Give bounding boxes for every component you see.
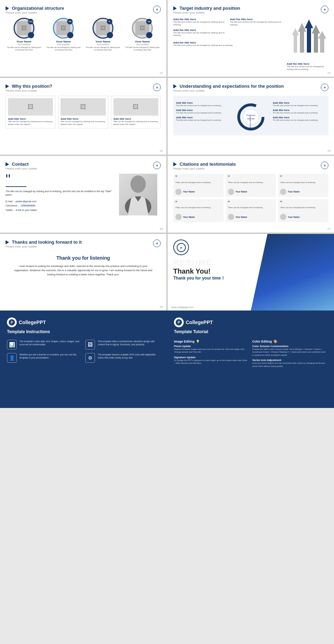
slide-27-title-block: Citations and testimonials Please enter …	[173, 162, 236, 170]
slide-25-title-block: Understanding and expectations for the p…	[173, 84, 284, 92]
citation-num-5: "	[280, 210, 326, 212]
citation-4: " Titles can be changed and re-entering …	[226, 199, 276, 222]
tutorial-section-0: Image Editing 💡 Photo Update Replace tem…	[174, 340, 249, 370]
slide-27-title: Citations and testimonials	[173, 162, 236, 167]
slide-23-title: Target industry and position	[173, 6, 240, 11]
slide-24-title: Why this position?	[6, 84, 52, 89]
citation-quote-icon-5: "	[280, 201, 326, 206]
instruction-icon-1: 🖼	[85, 340, 95, 350]
citation-footer-0: Your Name	[175, 189, 222, 195]
org-card-3: 🖼 GD Youe Name Your position The title c…	[124, 18, 161, 51]
citation-text-0: Titles can be changed and re-entering	[175, 181, 222, 184]
und-item-left-2: Add title here The title and content can…	[176, 116, 229, 121]
title-arrow-icon	[6, 6, 9, 10]
slide-27-header: Citations and testimonials Please enter …	[173, 162, 328, 170]
tutorial-subtitle-1-0: Color Scheme Customization	[252, 345, 327, 348]
citation-text-5: Titles can be changed and re-entering	[280, 206, 326, 209]
target-item-5: Add the title here The title and content…	[287, 62, 328, 71]
org-name-3: Youe Name	[124, 40, 161, 43]
org-cards: 🖼 CEO Youe Name Your position The title …	[6, 18, 161, 51]
instructions-panel-title: Template Instructions	[7, 329, 160, 334]
person-photo	[119, 174, 157, 215]
slide-24-icon: ⊕	[153, 84, 161, 91]
instruction-item-2: 👤 Whether you are a teacher or a student…	[7, 353, 82, 363]
title-arrow-24-icon	[6, 84, 9, 88]
slide-26-icon: ⊕	[153, 162, 161, 169]
instruction-icon-2: 👤	[7, 353, 17, 363]
collegeppt-logo-icon-1: P	[174, 317, 184, 327]
logo-svg-1: P	[175, 319, 182, 326]
understanding-circle-svg: Click here Add title Add your title here	[235, 101, 267, 133]
instruction-text-2: Whether you are a teacher or a student, …	[19, 353, 82, 359]
org-name-1: Youe Name	[45, 40, 82, 43]
citation-footer-1: Your Name	[228, 189, 274, 195]
email-value: peatec@gmail.com	[16, 200, 37, 203]
tutorial-text-0-1: To change the PPT's signature on each pa…	[174, 359, 249, 365]
citation-3: " Titles can be changed and re-entering …	[173, 199, 224, 222]
slide-26: Contact Please enter your subtitle ⊕ " T…	[0, 156, 166, 233]
title-arrow-23-icon	[173, 6, 177, 10]
why-img-2: 🖼	[113, 98, 158, 116]
citation-avatar-0	[175, 189, 182, 195]
und-item-right-2: Add title here The tille and content can…	[273, 116, 326, 121]
slide-22-num: 22	[160, 71, 163, 74]
svg-point-10	[130, 175, 146, 193]
why-desc-0: Title can be changed by clicking and re-…	[8, 120, 53, 126]
tutorial-panel-title: Template Tutorial	[174, 329, 327, 334]
slide-26-num: 26	[160, 227, 163, 230]
understanding-layout: Add title here The title and content can…	[176, 101, 326, 133]
org-avatar-3: 🖼 GD	[132, 18, 153, 39]
instruction-icon-0: 📊	[7, 340, 17, 350]
citation-text-3: Titles can be changed and re-entering	[175, 206, 222, 209]
und-item-left-0: Add title here The title and content can…	[176, 101, 229, 107]
citation-quote-icon-3: "	[175, 201, 222, 206]
understanding-center: Click here Add title Add your title here	[232, 101, 270, 133]
thanks-content: Thank you for listening I look forward t…	[6, 255, 161, 277]
why-card-0: 🖼 Add title here Title can be changed by…	[6, 96, 55, 128]
slide-28-icon: ⊕	[153, 239, 161, 247]
target-item-4: Add the title here The title and content…	[173, 41, 283, 47]
contact-left: " The title can be changed by clicking a…	[6, 174, 116, 215]
instruction-text-3: The template features scalable SVG icons…	[98, 353, 160, 359]
title-arrow-26-icon	[6, 162, 9, 166]
contact-quote-text: The title can be changed by clicking and…	[6, 190, 116, 197]
slide-22-title-block: Organizational structure Please enter yo…	[6, 6, 64, 14]
citation-num-4: "	[228, 210, 274, 212]
slide-28-title-block: Thanks and looking forward to it Please …	[6, 239, 82, 248]
slide-25-icon: ⊕	[321, 84, 328, 91]
person-svg	[122, 174, 154, 215]
citation-5: " Titles can be changed and re-entering …	[278, 199, 328, 222]
instruction-item-0: 📊 The template's chart data, text, shape…	[7, 340, 82, 350]
twitter-label: Twitter：	[6, 209, 15, 211]
thankyou-logo: P	[173, 239, 189, 255]
org-card-0: 🖼 CEO Youe Name Your position The title …	[6, 18, 42, 51]
understanding-right: Add title here The tille and content can…	[273, 101, 326, 133]
slide-28-title: Thanks and looking forward to it	[6, 239, 82, 245]
why-title-1: Add title here	[61, 117, 105, 120]
org-desc-3: The title can be changed by clicking and…	[124, 46, 161, 51]
und-item-right-0: Add title here The tille and content can…	[273, 101, 326, 107]
why-desc-2: Title can be changed by clicking and re-…	[113, 120, 158, 126]
citation-quote-icon-2: "	[280, 176, 326, 180]
arrow-chart-svg	[287, 18, 328, 60]
slide-23-subtitle: Please enter your subtitle	[173, 11, 240, 14]
citation-name-0: Your Name	[183, 190, 195, 193]
svg-text:P: P	[180, 246, 182, 250]
slide-28-header: Thanks and looking forward to it Please …	[6, 239, 161, 248]
org-name-2: Youe Name	[85, 40, 121, 43]
tutorial-logo: P CollegePPT	[174, 317, 327, 327]
collegeppt-logo-icon-0: P	[7, 317, 17, 327]
title-arrow-25-icon	[173, 84, 177, 88]
slide-25-title: Understanding and expectations for the p…	[173, 84, 284, 89]
svg-marker-2	[305, 19, 313, 53]
tutorial-subsection-0-1: Signature Update To change the PPT's sig…	[174, 356, 249, 365]
org-card-2: 🖼 IT Youe Name Your position The title c…	[85, 18, 121, 51]
slide-22-subtitle: Please enter your subtitle	[6, 11, 64, 14]
und-item-right-1: Add title here The tille and content can…	[273, 109, 326, 114]
slide-27: Citations and testimonials Please enter …	[168, 156, 334, 233]
slide-24-num: 24	[160, 149, 163, 152]
citation-quote-icon-4: "	[228, 201, 274, 206]
instruction-item-3: ⚙ The template features scalable SVG ico…	[85, 353, 160, 363]
why-title-0: Add title here	[8, 117, 53, 120]
org-pos-1: Your position	[45, 43, 82, 46]
